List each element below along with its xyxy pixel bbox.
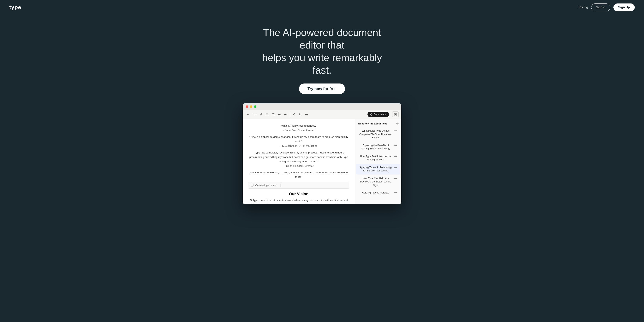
sidebar-refresh-button[interactable]: ⟳: [396, 122, 399, 126]
nav-actions: Pricing Sign in Sign Up: [578, 3, 635, 11]
hero-title: The AI-powered document editor that help…: [254, 26, 390, 77]
sidebar-item-4-more[interactable]: •••: [394, 177, 398, 180]
commands-button[interactable]: ⬡ Commands: [368, 112, 389, 117]
more-icon: •••: [305, 113, 308, 116]
sidebar-item-5-text: Utilizing Type to Increase: [359, 191, 394, 195]
align-right-icon: ➡: [284, 113, 286, 116]
sidebar-item-4[interactable]: How Type Can Help You Develop a Consiste…: [356, 175, 400, 189]
commands-label: Commands: [374, 113, 386, 116]
sidebar-item-1[interactable]: Exploring the Benefits of Writing With A…: [356, 142, 400, 153]
doc-heading: Our Vision: [248, 192, 349, 196]
generating-text: Generating content...: [255, 184, 279, 187]
editor-sidebar: What to write about next ⟳ What Makes Ty…: [355, 119, 401, 204]
editor-main[interactable]: writing. Highly recommended. – Jane Doe,…: [243, 119, 355, 204]
sidebar-item-3-text: Applying Type's AI Technology to Improve…: [359, 166, 394, 172]
cursor: |: [280, 183, 281, 187]
sidebar-item-3-more[interactable]: •••: [394, 166, 398, 169]
window-minimize-dot[interactable]: [250, 105, 252, 108]
align-left-button[interactable]: ⬅: [277, 112, 282, 117]
bullet-list-button[interactable]: ☰: [265, 112, 270, 117]
hero-section: The AI-powered document editor that help…: [0, 15, 644, 212]
editor-window: ← T ▾ ⊕ ☰ ≣ ⬅ ➡ ↺: [243, 103, 401, 204]
redo-icon: ↻: [299, 113, 302, 116]
pricing-link[interactable]: Pricing: [578, 5, 588, 9]
generating-bar: Generating content... |: [248, 182, 349, 189]
commands-icon: ⬡: [370, 113, 372, 116]
at-icon: ⊕: [260, 113, 262, 116]
align-left-icon: ⬅: [278, 113, 280, 116]
vision-text: At Type, our vision is to create a world…: [248, 198, 349, 204]
sidebar-header: What to write about next ⟳: [355, 122, 401, 127]
para-4-text: Type is built for marketers, creators, a…: [248, 171, 349, 178]
para-1-text: writing. Highly recommended.: [282, 124, 316, 127]
window-close-dot[interactable]: [246, 105, 248, 108]
back-button[interactable]: ←: [245, 112, 251, 117]
signup-button[interactable]: Sign Up: [614, 3, 635, 11]
back-icon: ←: [246, 113, 250, 116]
dropdown-icon: ▾: [256, 113, 256, 115]
navbar: type Pricing Sign in Sign Up: [0, 0, 644, 15]
at-mention-button[interactable]: ⊕: [259, 112, 264, 117]
sidebar-scrollbar[interactable]: [400, 145, 401, 178]
sidebar-item-4-text: How Type Can Help You Develop a Consiste…: [359, 177, 394, 187]
sidebar-item-0-more[interactable]: •••: [394, 129, 398, 132]
refresh-icon: ⟳: [396, 122, 399, 125]
numbered-icon: ≣: [272, 113, 274, 116]
toolbar-separator: [290, 113, 290, 116]
undo-button[interactable]: ↺: [292, 112, 297, 117]
sidebar-item-5[interactable]: Utilizing Type to Increase •••: [356, 189, 400, 196]
sidebar-item-0[interactable]: What Makes Type Unique Compared To Other…: [356, 127, 400, 142]
doc-para-4: Type is built for marketers, creators, a…: [248, 170, 349, 179]
sidebar-toggle-icon: ▣: [394, 113, 397, 116]
sidebar-item-1-more[interactable]: •••: [394, 144, 398, 147]
more-options-button[interactable]: •••: [304, 112, 310, 117]
doc-para-3: "Type has completely revolutionized my w…: [248, 151, 349, 168]
sidebar-item-2[interactable]: How Type Revolutionizes the Writing Proc…: [356, 153, 400, 163]
text-icon: T: [253, 113, 255, 116]
generating-spinner: [250, 184, 254, 187]
para-3-text: "Type has completely revolutionized my w…: [249, 151, 348, 163]
para-2-attribution: – K.L. Johnson, VP of Marketing: [280, 144, 317, 147]
para-3-attribution: – Gabrielle Clark, Creator: [284, 164, 314, 167]
signin-button[interactable]: Sign in: [591, 3, 610, 11]
numbered-list-button[interactable]: ≣: [271, 112, 276, 117]
text-format-button[interactable]: T ▾: [252, 112, 258, 117]
title-bar: [243, 103, 401, 110]
doc-para-1: writing. Highly recommended. – Jane Doe,…: [248, 124, 349, 133]
window-maximize-dot[interactable]: [254, 105, 256, 108]
try-free-button[interactable]: Try now for free: [299, 84, 345, 94]
hero-title-line1: The AI-powered document editor that: [263, 27, 381, 51]
sidebar-title: What to write about next: [358, 122, 387, 125]
sidebar-item-0-text: What Makes Type Unique Compared To Other…: [359, 129, 394, 140]
sidebar-item-1-text: Exploring the Benefits of Writing With A…: [359, 144, 394, 151]
sidebar-item-5-more[interactable]: •••: [394, 191, 398, 194]
para-2-text: "Type is an absolute game-changer. It fr…: [249, 136, 348, 143]
para-1-attribution: – Jane Doe, Content Writer: [283, 129, 314, 132]
sidebar-item-2-more[interactable]: •••: [394, 155, 398, 158]
sidebar-toggle-button[interactable]: ▣: [392, 111, 399, 117]
logo: type: [9, 4, 21, 10]
editor-body: writing. Highly recommended. – Jane Doe,…: [243, 119, 401, 204]
sidebar-item-3[interactable]: Applying Type's AI Technology to Improve…: [356, 164, 400, 174]
align-right-button[interactable]: ➡: [283, 112, 288, 117]
doc-para-2: "Type is an absolute game-changer. It fr…: [248, 135, 349, 148]
undo-icon: ↺: [293, 113, 296, 116]
redo-button[interactable]: ↻: [298, 112, 303, 117]
toolbar: ← T ▾ ⊕ ☰ ≣ ⬅ ➡ ↺: [243, 110, 401, 119]
bullet-icon: ☰: [266, 113, 268, 116]
sidebar-item-2-text: How Type Revolutionizes the Writing Proc…: [359, 155, 394, 161]
hero-title-line2: helps you write remarkably fast.: [262, 52, 382, 76]
